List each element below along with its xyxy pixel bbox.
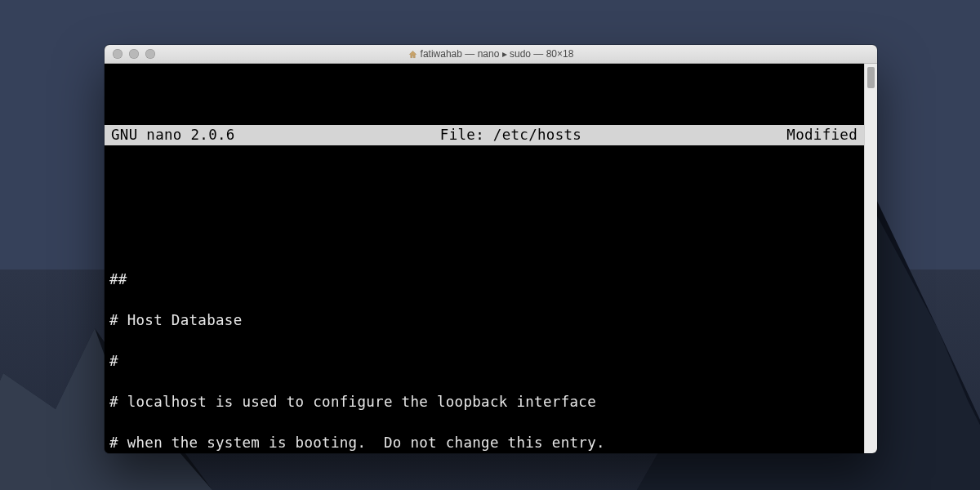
nano-file-label: File: /etc/hosts [439,125,583,145]
window-title: fatiwahab — nano ▸ sudo — 80×18 [105,48,877,60]
window-titlebar[interactable]: fatiwahab — nano ▸ sudo — 80×18 [105,45,877,64]
file-line: # Host Database [109,310,859,331]
window-title-text: fatiwahab — nano ▸ sudo — 80×18 [421,48,574,60]
scrollbar-thumb[interactable] [867,67,875,88]
desktop-wallpaper: fatiwahab — nano ▸ sudo — 80×18 GNU nano… [0,0,980,490]
close-icon[interactable] [113,49,122,59]
nano-buffer[interactable]: ## # Host Database # # localhost is used… [105,207,864,453]
file-line: ## [109,270,859,290]
minimize-icon[interactable] [129,49,139,59]
nano-modified: Modified [785,125,859,145]
file-line: # localhost is used to configure the loo… [109,392,859,412]
file-line: # [109,351,859,372]
terminal-viewport[interactable]: GNU nano 2.0.6 File: /etc/hosts Modified… [105,64,864,453]
nano-status-bar: GNU nano 2.0.6 File: /etc/hosts Modified [105,125,864,145]
home-icon [408,50,417,59]
maximize-icon[interactable] [145,49,155,59]
terminal-window: fatiwahab — nano ▸ sudo — 80×18 GNU nano… [105,45,877,453]
vertical-scrollbar[interactable] [864,64,877,453]
nano-app-name: GNU nano 2.0.6 [109,125,237,145]
window-traffic-lights [113,49,155,59]
file-line: # when the system is booting. Do not cha… [109,433,859,453]
